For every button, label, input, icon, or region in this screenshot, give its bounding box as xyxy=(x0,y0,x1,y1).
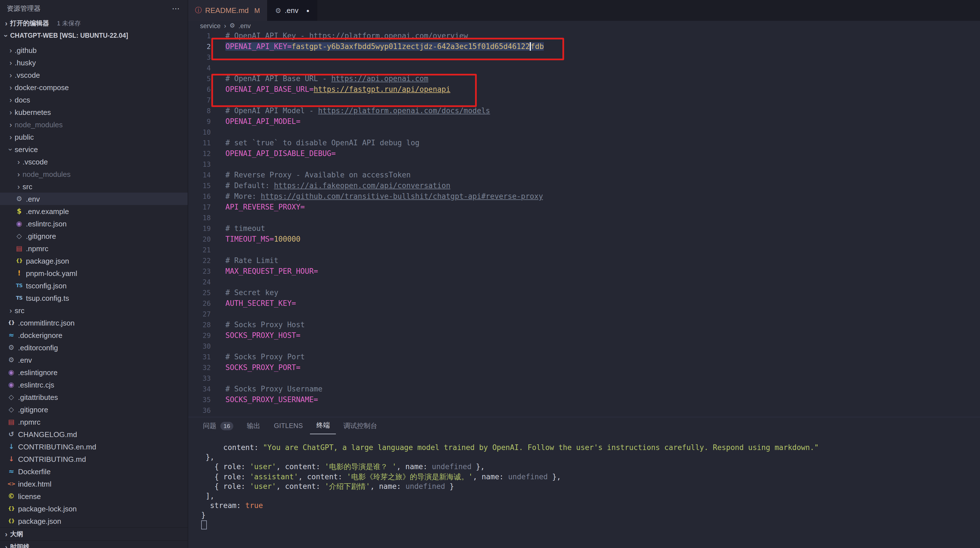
editor-line[interactable]: 27 xyxy=(188,309,980,319)
tree-item-.env[interactable]: ⚙.env xyxy=(0,354,188,366)
panel-tab-gitlens[interactable]: GITLENS xyxy=(268,417,309,434)
tree-item-index.html[interactable]: <>index.html xyxy=(0,478,188,490)
tree-item-.dockerignore[interactable]: ≈.dockerignore xyxy=(0,329,188,341)
tree-item-.vscode[interactable]: ›.vscode xyxy=(0,69,188,81)
breadcrumb-file[interactable]: .env xyxy=(239,22,251,29)
editor-line[interactable]: 5# OpenAI API Base URL - https://api.ope… xyxy=(188,73,980,84)
editor-line[interactable]: 21 xyxy=(188,245,980,255)
tree-item-public[interactable]: ›public xyxy=(0,131,188,143)
editor-line[interactable]: 4 xyxy=(188,62,980,73)
dirty-indicator-icon[interactable]: ● xyxy=(306,8,309,13)
editor-line[interactable]: 33 xyxy=(188,373,980,384)
editor-line[interactable]: 36 xyxy=(188,405,980,416)
tree-item-tsconfig.json[interactable]: TStsconfig.json xyxy=(0,280,188,292)
editor-line[interactable]: 26AUTH_SECRET_KEY= xyxy=(188,298,980,309)
tree-item-.husky[interactable]: ›.husky xyxy=(0,56,188,69)
tree-item-.gitignore[interactable]: ◇.gitignore xyxy=(0,403,188,416)
timeline-section-header[interactable]: › 时间线 xyxy=(0,540,188,548)
code-editor[interactable]: 1# OpenAI API Key - https://platform.ope… xyxy=(188,30,980,437)
editor-line[interactable]: 9OPENAI_API_MODEL= xyxy=(188,116,980,127)
editor-line[interactable]: 8# OpenAI API Model - https://platform.o… xyxy=(188,105,980,116)
tree-item-package-lock.json[interactable]: {}package-lock.json xyxy=(0,502,188,515)
more-actions-icon[interactable]: ⋯ xyxy=(172,4,180,13)
tree-item-.gitignore[interactable]: ◇.gitignore xyxy=(0,230,188,242)
editor-line[interactable]: 30 xyxy=(188,341,980,351)
open-editors-section-header[interactable]: › 打开的编辑器 1 未保存 xyxy=(0,17,188,29)
tree-item-label: .gitattributes xyxy=(18,393,58,401)
tree-item-.eslintignore[interactable]: ◉.eslintignore xyxy=(0,366,188,378)
panel-tab-problems[interactable]: 问题16 xyxy=(197,417,240,434)
tree-item-.commitlintrc.json[interactable]: {}.commitlintrc.json xyxy=(0,316,188,329)
editor-line[interactable]: 16# More: https://github.com/transitive-… xyxy=(188,191,980,202)
editor-line[interactable]: 10 xyxy=(188,127,980,137)
tree-item-Dockerfile[interactable]: ≈Dockerfile xyxy=(0,465,188,478)
tree-item-.eslintrc.cjs[interactable]: ◉.eslintrc.cjs xyxy=(0,378,188,391)
panel-tab-debug-console[interactable]: 调试控制台 xyxy=(337,417,383,434)
tree-item-CHANGELOG.md[interactable]: ↺CHANGELOG.md xyxy=(0,428,188,440)
tree-item-.npmrc[interactable]: ▤.npmrc xyxy=(0,416,188,428)
editor-line[interactable]: 19# timeout xyxy=(188,223,980,234)
editor-line[interactable]: 24 xyxy=(188,276,980,287)
tree-item-src[interactable]: ›src xyxy=(0,180,188,192)
panel-tab-label: GITLENS xyxy=(274,422,303,430)
editor-line[interactable]: 22# Rate Limit xyxy=(188,255,980,266)
editor-line[interactable]: 32SOCKS_PROXY_PORT= xyxy=(188,362,980,373)
line-content: # OpenAI API Key - https://platform.open… xyxy=(226,32,468,40)
editor-line[interactable]: 23MAX_REQUEST_PER_HOUR= xyxy=(188,266,980,276)
outline-section-header[interactable]: › 大纲 xyxy=(0,527,188,540)
panel-tab-terminal[interactable]: 终端 xyxy=(310,417,336,434)
editor-tab-env[interactable]: ⚙.env● xyxy=(268,0,318,21)
file-tree[interactable]: ›.github›.husky›.vscode›docker-compose›d… xyxy=(0,42,188,527)
panel-tab-output[interactable]: 输出 xyxy=(241,417,267,434)
editor-line[interactable]: 6OPENAI_API_BASE_URL=https://fastgpt.run… xyxy=(188,84,980,95)
terminal-segment: } xyxy=(201,511,206,519)
editor-line[interactable]: 25# Secret key xyxy=(188,287,980,298)
tree-item-.npmrc[interactable]: ▤.npmrc xyxy=(0,242,188,254)
tree-item-tsup.config.ts[interactable]: TStsup.config.ts xyxy=(0,292,188,304)
tree-item-.env.example[interactable]: $.env.example xyxy=(0,205,188,218)
editor-line[interactable]: 12OPENAI_API_DISABLE_DEBUG= xyxy=(188,148,980,159)
tree-item-package.json[interactable]: {}package.json xyxy=(0,515,188,527)
breadcrumb-folder[interactable]: service xyxy=(200,22,221,29)
editor-line[interactable]: 13 xyxy=(188,159,980,170)
tree-item-.eslintrc.json[interactable]: ◉.eslintrc.json xyxy=(0,218,188,230)
editor-line[interactable]: 18 xyxy=(188,212,980,223)
tree-item-pnpm-lock.yaml[interactable]: !pnpm-lock.yaml xyxy=(0,267,188,280)
tree-item-service[interactable]: ›service xyxy=(0,143,188,156)
tree-item-.editorconfig[interactable]: ⚙.editorconfig xyxy=(0,341,188,354)
editor-line[interactable]: 20TIMEOUT_MS=100000 xyxy=(188,234,980,245)
editor-line[interactable]: 14# Reverse Proxy - Available on accessT… xyxy=(188,170,980,180)
editor-line[interactable]: 35SOCKS_PROXY_USERNAME= xyxy=(188,394,980,405)
tree-item-node_modules[interactable]: ›node_modules xyxy=(0,168,188,180)
tree-item-license[interactable]: ©license xyxy=(0,490,188,502)
editor-line[interactable]: 29SOCKS_PROXY_HOST= xyxy=(188,330,980,341)
tree-item-CONTRIBUTING.md[interactable]: ↓CONTRIBUTING.md xyxy=(0,453,188,465)
editor-line[interactable]: 3 xyxy=(188,52,980,62)
tree-item-node_modules[interactable]: ›node_modules xyxy=(0,118,188,131)
tree-item-.env[interactable]: ⚙.env xyxy=(0,192,188,205)
editor-line[interactable]: 17API_REVERSE_PROXY= xyxy=(188,202,980,212)
tree-item-docs[interactable]: ›docs xyxy=(0,94,188,106)
tree-item-kubernetes[interactable]: ›kubernetes xyxy=(0,106,188,118)
project-section-header[interactable]: › CHATGPT-WEB [WSL: UBUNTU-22.04] xyxy=(0,29,188,42)
tree-item-.github[interactable]: ›.github xyxy=(0,44,188,56)
tree-item-docker-compose[interactable]: ›docker-compose xyxy=(0,81,188,94)
tree-item-src[interactable]: ›src xyxy=(0,304,188,316)
editor-line[interactable]: 15# Default: https://ai.fakeopen.com/api… xyxy=(188,180,980,191)
editor-line[interactable]: 34# Socks Proxy Username xyxy=(188,384,980,394)
editor-line[interactable]: 28# Socks Proxy Host xyxy=(188,319,980,330)
editor-line[interactable]: 31# Socks Proxy Port xyxy=(188,351,980,362)
tree-item-.gitattributes[interactable]: ◇.gitattributes xyxy=(0,391,188,403)
folder-chevron-icon: › xyxy=(6,145,15,153)
tree-item-package.json[interactable]: {}package.json xyxy=(0,254,188,267)
editor-tab-readme[interactable]: ⓘREADME.mdM xyxy=(188,0,268,21)
tree-item-CONTRIBUTING.en.md[interactable]: ↓CONTRIBUTING.en.md xyxy=(0,440,188,453)
terminal-output[interactable]: content: "You are ChatGPT, a large langu… xyxy=(188,434,980,530)
line-content: # Rate Limit xyxy=(226,256,278,265)
editor-line[interactable]: 11# set `true` to disable OpenAI API deb… xyxy=(188,137,980,148)
line-content: API_REVERSE_PROXY= xyxy=(226,203,305,211)
tree-item-.vscode[interactable]: ›.vscode xyxy=(0,156,188,168)
editor-line[interactable]: 1# OpenAI API Key - https://platform.ope… xyxy=(188,30,980,41)
editor-line[interactable]: 2OPENAI_API_KEY=fastgpt-y6b3axfbdd5wyp01… xyxy=(188,41,980,52)
editor-line[interactable]: 7 xyxy=(188,95,980,105)
